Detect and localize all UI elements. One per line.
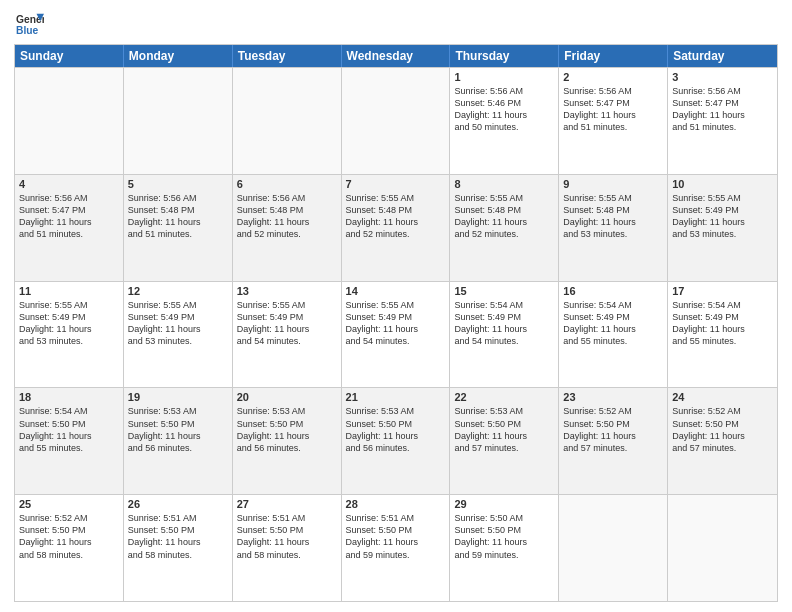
day-number: 17 (672, 285, 773, 297)
calendar-cell: 16Sunrise: 5:54 AM Sunset: 5:49 PM Dayli… (559, 282, 668, 388)
calendar-cell: 14Sunrise: 5:55 AM Sunset: 5:49 PM Dayli… (342, 282, 451, 388)
calendar-body: 1Sunrise: 5:56 AM Sunset: 5:46 PM Daylig… (15, 67, 777, 601)
day-number: 6 (237, 178, 337, 190)
day-number: 7 (346, 178, 446, 190)
day-info: Sunrise: 5:53 AM Sunset: 5:50 PM Dayligh… (237, 405, 337, 454)
day-number: 8 (454, 178, 554, 190)
day-info: Sunrise: 5:51 AM Sunset: 5:50 PM Dayligh… (237, 512, 337, 561)
day-info: Sunrise: 5:55 AM Sunset: 5:49 PM Dayligh… (19, 299, 119, 348)
svg-text:Blue: Blue (16, 25, 39, 36)
day-info: Sunrise: 5:53 AM Sunset: 5:50 PM Dayligh… (128, 405, 228, 454)
calendar-cell: 8Sunrise: 5:55 AM Sunset: 5:48 PM Daylig… (450, 175, 559, 281)
day-info: Sunrise: 5:55 AM Sunset: 5:49 PM Dayligh… (128, 299, 228, 348)
day-info: Sunrise: 5:54 AM Sunset: 5:50 PM Dayligh… (19, 405, 119, 454)
calendar-cell: 23Sunrise: 5:52 AM Sunset: 5:50 PM Dayli… (559, 388, 668, 494)
day-number: 14 (346, 285, 446, 297)
day-number: 15 (454, 285, 554, 297)
day-info: Sunrise: 5:56 AM Sunset: 5:48 PM Dayligh… (128, 192, 228, 241)
calendar-cell: 4Sunrise: 5:56 AM Sunset: 5:47 PM Daylig… (15, 175, 124, 281)
weekday-header: Friday (559, 45, 668, 67)
day-info: Sunrise: 5:54 AM Sunset: 5:49 PM Dayligh… (454, 299, 554, 348)
calendar-cell: 13Sunrise: 5:55 AM Sunset: 5:49 PM Dayli… (233, 282, 342, 388)
calendar-row: 11Sunrise: 5:55 AM Sunset: 5:49 PM Dayli… (15, 281, 777, 388)
logo: General Blue (14, 10, 44, 38)
day-number: 26 (128, 498, 228, 510)
day-number: 3 (672, 71, 773, 83)
calendar-cell: 20Sunrise: 5:53 AM Sunset: 5:50 PM Dayli… (233, 388, 342, 494)
day-info: Sunrise: 5:55 AM Sunset: 5:48 PM Dayligh… (346, 192, 446, 241)
calendar-cell: 11Sunrise: 5:55 AM Sunset: 5:49 PM Dayli… (15, 282, 124, 388)
calendar-cell: 28Sunrise: 5:51 AM Sunset: 5:50 PM Dayli… (342, 495, 451, 601)
calendar-cell: 1Sunrise: 5:56 AM Sunset: 5:46 PM Daylig… (450, 68, 559, 174)
calendar-cell: 29Sunrise: 5:50 AM Sunset: 5:50 PM Dayli… (450, 495, 559, 601)
calendar-header: SundayMondayTuesdayWednesdayThursdayFrid… (15, 45, 777, 67)
day-info: Sunrise: 5:51 AM Sunset: 5:50 PM Dayligh… (346, 512, 446, 561)
calendar-cell: 5Sunrise: 5:56 AM Sunset: 5:48 PM Daylig… (124, 175, 233, 281)
day-number: 20 (237, 391, 337, 403)
day-number: 22 (454, 391, 554, 403)
calendar-cell (15, 68, 124, 174)
page-header: General Blue (14, 10, 778, 38)
calendar-cell (559, 495, 668, 601)
day-number: 4 (19, 178, 119, 190)
calendar-cell: 19Sunrise: 5:53 AM Sunset: 5:50 PM Dayli… (124, 388, 233, 494)
day-number: 19 (128, 391, 228, 403)
calendar-cell: 15Sunrise: 5:54 AM Sunset: 5:49 PM Dayli… (450, 282, 559, 388)
day-info: Sunrise: 5:52 AM Sunset: 5:50 PM Dayligh… (19, 512, 119, 561)
calendar-row: 4Sunrise: 5:56 AM Sunset: 5:47 PM Daylig… (15, 174, 777, 281)
day-number: 28 (346, 498, 446, 510)
day-info: Sunrise: 5:55 AM Sunset: 5:48 PM Dayligh… (563, 192, 663, 241)
calendar-cell: 6Sunrise: 5:56 AM Sunset: 5:48 PM Daylig… (233, 175, 342, 281)
calendar-row: 1Sunrise: 5:56 AM Sunset: 5:46 PM Daylig… (15, 67, 777, 174)
day-number: 2 (563, 71, 663, 83)
day-info: Sunrise: 5:56 AM Sunset: 5:47 PM Dayligh… (563, 85, 663, 134)
day-info: Sunrise: 5:55 AM Sunset: 5:48 PM Dayligh… (454, 192, 554, 241)
day-number: 18 (19, 391, 119, 403)
day-info: Sunrise: 5:56 AM Sunset: 5:47 PM Dayligh… (19, 192, 119, 241)
day-info: Sunrise: 5:50 AM Sunset: 5:50 PM Dayligh… (454, 512, 554, 561)
day-info: Sunrise: 5:55 AM Sunset: 5:49 PM Dayligh… (346, 299, 446, 348)
day-number: 10 (672, 178, 773, 190)
day-number: 16 (563, 285, 663, 297)
calendar-cell (124, 68, 233, 174)
day-number: 5 (128, 178, 228, 190)
calendar-cell: 24Sunrise: 5:52 AM Sunset: 5:50 PM Dayli… (668, 388, 777, 494)
calendar-cell: 2Sunrise: 5:56 AM Sunset: 5:47 PM Daylig… (559, 68, 668, 174)
calendar-cell (233, 68, 342, 174)
weekday-header: Saturday (668, 45, 777, 67)
day-info: Sunrise: 5:56 AM Sunset: 5:48 PM Dayligh… (237, 192, 337, 241)
calendar-cell: 7Sunrise: 5:55 AM Sunset: 5:48 PM Daylig… (342, 175, 451, 281)
weekday-header: Monday (124, 45, 233, 67)
day-number: 12 (128, 285, 228, 297)
calendar-cell: 3Sunrise: 5:56 AM Sunset: 5:47 PM Daylig… (668, 68, 777, 174)
calendar-cell: 9Sunrise: 5:55 AM Sunset: 5:48 PM Daylig… (559, 175, 668, 281)
day-number: 21 (346, 391, 446, 403)
calendar-cell: 18Sunrise: 5:54 AM Sunset: 5:50 PM Dayli… (15, 388, 124, 494)
day-info: Sunrise: 5:56 AM Sunset: 5:46 PM Dayligh… (454, 85, 554, 134)
day-number: 24 (672, 391, 773, 403)
day-info: Sunrise: 5:52 AM Sunset: 5:50 PM Dayligh… (672, 405, 773, 454)
calendar-cell (342, 68, 451, 174)
day-number: 11 (19, 285, 119, 297)
day-number: 23 (563, 391, 663, 403)
calendar-row: 18Sunrise: 5:54 AM Sunset: 5:50 PM Dayli… (15, 387, 777, 494)
day-info: Sunrise: 5:54 AM Sunset: 5:49 PM Dayligh… (672, 299, 773, 348)
weekday-header: Thursday (450, 45, 559, 67)
day-info: Sunrise: 5:53 AM Sunset: 5:50 PM Dayligh… (454, 405, 554, 454)
day-number: 13 (237, 285, 337, 297)
day-info: Sunrise: 5:51 AM Sunset: 5:50 PM Dayligh… (128, 512, 228, 561)
day-number: 27 (237, 498, 337, 510)
weekday-header: Tuesday (233, 45, 342, 67)
day-info: Sunrise: 5:54 AM Sunset: 5:49 PM Dayligh… (563, 299, 663, 348)
day-info: Sunrise: 5:53 AM Sunset: 5:50 PM Dayligh… (346, 405, 446, 454)
calendar-cell (668, 495, 777, 601)
logo-icon: General Blue (16, 10, 44, 38)
calendar-cell: 17Sunrise: 5:54 AM Sunset: 5:49 PM Dayli… (668, 282, 777, 388)
day-info: Sunrise: 5:52 AM Sunset: 5:50 PM Dayligh… (563, 405, 663, 454)
calendar: SundayMondayTuesdayWednesdayThursdayFrid… (14, 44, 778, 602)
calendar-cell: 25Sunrise: 5:52 AM Sunset: 5:50 PM Dayli… (15, 495, 124, 601)
calendar-cell: 10Sunrise: 5:55 AM Sunset: 5:49 PM Dayli… (668, 175, 777, 281)
day-info: Sunrise: 5:56 AM Sunset: 5:47 PM Dayligh… (672, 85, 773, 134)
calendar-cell: 21Sunrise: 5:53 AM Sunset: 5:50 PM Dayli… (342, 388, 451, 494)
day-number: 9 (563, 178, 663, 190)
